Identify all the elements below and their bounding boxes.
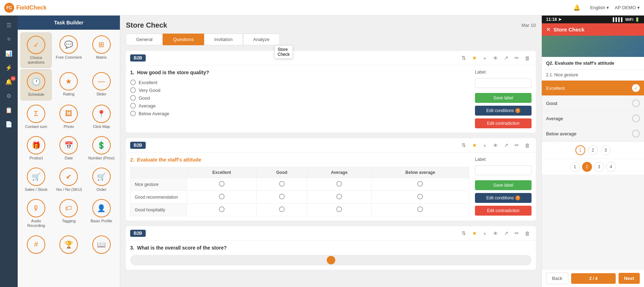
save-label-btn-2[interactable]: Save label <box>475 180 532 190</box>
nav-list-icon[interactable]: ≡ <box>1 33 17 46</box>
edit-icon[interactable]: ✏ <box>512 54 521 62</box>
move-icon-2[interactable]: ⇅ <box>459 141 468 150</box>
label-input-1[interactable] <box>475 78 532 88</box>
delete-icon[interactable]: 🗑 <box>523 54 532 62</box>
mobile-option-excellent[interactable]: Excellent ✓ <box>542 81 644 96</box>
notification-icon[interactable]: 🔔 <box>569 1 585 14</box>
task-item-schedule[interactable]: 🕐 Schedule <box>21 69 52 100</box>
mobile-option-average[interactable]: Average <box>542 111 644 126</box>
edit-icon-2[interactable]: ✏ <box>512 141 521 150</box>
task-item-trophy[interactable]: 🏆 <box>53 233 84 258</box>
matrix-cell-gr-b[interactable] <box>371 191 469 204</box>
radio-below-average[interactable] <box>130 111 136 116</box>
task-item-number[interactable]: 💲 Number (Price) <box>86 133 117 163</box>
bottom-page-3[interactable]: 3 <box>594 162 604 172</box>
eye-off-icon-2[interactable]: 👁 <box>491 141 500 150</box>
matrix-cell-ng-e[interactable] <box>187 178 257 191</box>
external-link-icon-2[interactable]: ↗ <box>502 141 510 150</box>
radio-very-good[interactable] <box>130 87 136 93</box>
tab-analyze[interactable]: Analyze <box>243 34 280 45</box>
tab-invitation[interactable]: Invitation <box>204 34 243 45</box>
matrix-cell-ng-a[interactable] <box>307 178 371 191</box>
task-item-click-map[interactable]: 📍 Click Map <box>86 102 117 132</box>
task-item-tagging[interactable]: 🏷 Tagging <box>53 196 84 231</box>
nav-reports-icon[interactable]: 📋 <box>1 103 17 117</box>
eye-off-icon-3[interactable]: 👁 <box>491 229 500 238</box>
edit-contradiction-btn-2[interactable]: Edit contradiction <box>475 206 532 216</box>
edit-icon-3[interactable]: ✏ <box>512 229 521 238</box>
save-label-btn-1[interactable]: Save label <box>475 93 532 103</box>
add-icon-2[interactable]: + <box>481 141 489 150</box>
delete-icon-3[interactable]: 🗑 <box>523 229 532 238</box>
slider-handle[interactable] <box>327 256 335 264</box>
matrix-cell-gh-a[interactable] <box>307 204 371 216</box>
basic-profile-label: Basic Profile <box>91 219 112 223</box>
wifi-icon: WiFi <box>625 17 633 22</box>
task-item-order[interactable]: 🛒 Order <box>86 165 117 195</box>
matrix-cell-ng-b[interactable] <box>371 178 469 191</box>
nav-analytics-icon[interactable]: 📊 <box>1 47 17 60</box>
task-item-basic-profile[interactable]: 👤 Basic Profile <box>86 196 117 231</box>
move-icon[interactable]: ⇅ <box>459 54 468 62</box>
task-item-contant-sum[interactable]: Σ Contant sum <box>21 102 52 132</box>
task-item-audio[interactable]: 🎙 Audio Recording <box>21 196 52 231</box>
star-icon-2[interactable]: ★ <box>470 141 478 150</box>
edit-conditions-btn-2[interactable]: Edit conditions ? <box>475 193 532 203</box>
task-item-matrix[interactable]: ⊞ Matrix <box>86 33 117 68</box>
page-dot-3[interactable]: 3 <box>601 145 611 155</box>
matrix-cell-gh-e[interactable] <box>187 204 257 216</box>
radio-average[interactable] <box>130 103 136 109</box>
task-item-rating[interactable]: ★ Rating <box>53 69 84 100</box>
matrix-cell-gr-a[interactable] <box>307 191 371 204</box>
matrix-cell-gr-e[interactable] <box>187 191 257 204</box>
task-item-date[interactable]: 📅 Date <box>53 133 84 163</box>
nav-menu-icon[interactable]: ☰ <box>1 18 17 32</box>
bottom-page-4[interactable]: 4 <box>606 162 616 172</box>
task-item-product[interactable]: 🎁 Product <box>21 133 52 163</box>
user-menu[interactable]: AP DEMO ▾ <box>615 5 640 10</box>
nav-notifications-icon[interactable]: 🔔 20 <box>1 75 17 88</box>
task-item-free-comment[interactable]: 💬 Free Comment <box>53 33 84 68</box>
radio-excellent[interactable] <box>130 80 136 85</box>
task-item-photo[interactable]: 🖼 Photo <box>53 102 84 132</box>
mobile-option-average-label: Average <box>546 116 563 121</box>
page-dot-2[interactable]: 2 <box>588 145 598 155</box>
task-item-yes-no[interactable]: ✔ Yes / No (SKU) <box>53 165 84 195</box>
external-link-icon-3[interactable]: ↗ <box>502 229 510 238</box>
bottom-page-1[interactable]: 1 <box>570 162 580 172</box>
task-item-slider[interactable]: — Slider <box>86 69 117 100</box>
mobile-back-button[interactable]: Back <box>546 273 568 284</box>
star-icon[interactable]: ★ <box>470 54 478 62</box>
task-item-hashtag[interactable]: # <box>21 233 52 258</box>
delete-icon-2[interactable]: 🗑 <box>523 141 532 150</box>
add-icon[interactable]: + <box>481 54 489 62</box>
edit-conditions-btn-1[interactable]: Edit conditions ? <box>475 106 532 116</box>
tab-questions[interactable]: Questions <box>163 34 204 45</box>
move-icon-3[interactable]: ⇅ <box>459 229 468 238</box>
task-item-choice[interactable]: ✓ Choice questions <box>21 33 52 68</box>
task-item-book[interactable]: 📖 <box>86 233 117 258</box>
external-link-icon[interactable]: ↗ <box>502 54 510 62</box>
add-icon-3[interactable]: + <box>481 229 489 238</box>
nav-tasks-icon[interactable]: ⚡ <box>1 61 17 74</box>
tab-general[interactable]: General <box>126 34 163 45</box>
eye-off-icon[interactable]: 👁 <box>491 54 500 62</box>
mobile-next-button[interactable]: Next <box>619 273 640 284</box>
page-dot-1[interactable]: 1 <box>575 145 585 155</box>
nav-documents-icon[interactable]: 📄 <box>1 117 17 131</box>
matrix-cell-gh-b[interactable] <box>371 204 469 216</box>
bottom-page-2[interactable]: 2 <box>582 162 592 172</box>
radio-good[interactable] <box>130 95 136 101</box>
matrix-cell-ng-g[interactable] <box>256 178 307 191</box>
mobile-option-good[interactable]: Good <box>542 96 644 111</box>
language-selector[interactable]: English ▾ <box>590 5 609 10</box>
edit-contradiction-btn-1[interactable]: Edit contradiction <box>475 118 532 128</box>
nav-settings-icon[interactable]: ⚙ <box>1 89 17 102</box>
mobile-option-below-average[interactable]: Below average <box>542 126 644 141</box>
mobile-close-icon[interactable]: ✕ <box>546 26 551 33</box>
task-item-sales-stock[interactable]: 🛒 Sales / Stock <box>21 165 52 195</box>
matrix-cell-gh-g[interactable] <box>256 204 307 216</box>
star-icon-3[interactable]: ★ <box>470 229 478 238</box>
label-input-2[interactable] <box>475 165 532 175</box>
matrix-cell-gr-g[interactable] <box>256 191 307 204</box>
